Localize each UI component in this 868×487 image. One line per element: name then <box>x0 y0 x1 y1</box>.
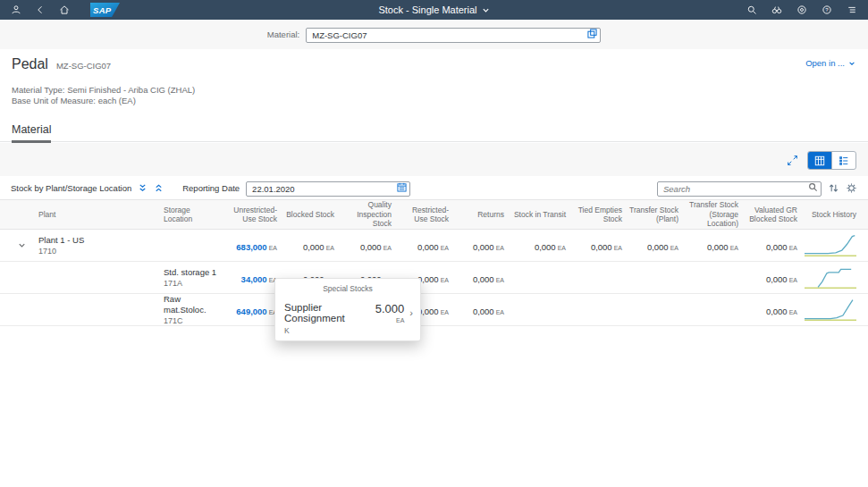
unrestricted-stock-link[interactable]: 34,000EA <box>223 270 281 286</box>
col-quality-inspection-stock: Quality Inspection Stock <box>338 200 395 229</box>
sort-icon[interactable] <box>828 182 839 194</box>
col-unrestricted-use-stock: Unrestricted-Use Stock <box>223 206 281 224</box>
table-title: Stock by Plant/Storage Location <box>11 183 131 193</box>
material-input[interactable] <box>306 28 601 43</box>
search-icon[interactable] <box>808 182 818 192</box>
chevron-right-icon: › <box>409 300 413 318</box>
app-title-menu[interactable]: Stock - Single Material <box>378 4 489 15</box>
home-icon[interactable] <box>59 4 70 15</box>
tab-bar: Material <box>0 116 868 142</box>
storage-location-name: Std. storage 1 <box>164 267 219 278</box>
plant-code: 1710 <box>38 246 156 256</box>
person-icon[interactable] <box>11 4 21 15</box>
table-view-icon <box>814 155 825 166</box>
tab-material[interactable]: Material <box>12 123 51 143</box>
col-plant: Plant <box>35 210 160 220</box>
col-transfer-stock-storage-location: Transfer Stock (Storage Location) <box>682 200 742 229</box>
fullscreen-icon[interactable] <box>787 155 798 166</box>
back-icon[interactable] <box>35 4 46 15</box>
shell-bar: SAP Stock - Single Material ? <box>0 0 868 20</box>
special-stocks-popover: Special Stocks Supplier Consignment 5.00… <box>274 278 421 341</box>
expand-all-icon[interactable] <box>138 183 147 193</box>
collapse-all-icon[interactable] <box>154 183 164 193</box>
material-type-text: Material Type: Semi Finished - Ariba CIG… <box>12 85 856 96</box>
binoculars-icon[interactable] <box>771 4 782 15</box>
unrestricted-stock-link[interactable]: 683,000EA <box>223 238 281 254</box>
page-subtitle: MZ-SG-CIG07 <box>56 61 111 71</box>
special-stock-key: K <box>284 326 420 335</box>
unrestricted-stock-link[interactable]: 649,000EA <box>223 302 281 318</box>
col-stock-in-transit: Stock in Transit <box>508 210 569 220</box>
base-unit-text: Base Unit of Measure: each (EA) <box>12 96 856 106</box>
sap-logo[interactable]: SAP <box>90 3 120 17</box>
reporting-date-label: Reporting Date <box>182 183 240 193</box>
svg-text:?: ? <box>825 7 829 13</box>
calendar-icon[interactable] <box>397 182 407 192</box>
list-view-icon <box>839 155 849 166</box>
col-storage-location: Storage Location <box>160 206 223 224</box>
col-tied-empties-stock: Tied Empties Stock <box>569 206 626 224</box>
plant-name: Plant 1 - US <box>38 235 156 246</box>
table-view-button[interactable] <box>808 152 831 169</box>
chevron-down-icon <box>848 60 855 67</box>
page-title: Pedal <box>12 56 48 72</box>
table-row: Plant 1 - US 1710 683,000EA 0,000EA 0,00… <box>0 230 868 262</box>
filter-bar: Material: <box>0 20 868 49</box>
help-icon[interactable]: ? <box>822 4 832 15</box>
stock-history-sparkline[interactable] <box>805 266 856 290</box>
content-band <box>0 143 868 176</box>
page-header: Pedal MZ-SG-CIG07 Open in ... Material T… <box>0 49 868 116</box>
table-row: Raw mat.Stoloc. 171C 649,000EA 0,000EA 0… <box>0 294 868 326</box>
copilot-icon[interactable] <box>796 4 807 15</box>
storage-location-name: Raw mat.Stoloc. <box>164 294 219 315</box>
table-row: Std. storage 1 171A 34,000EA 0,000EA 0,0… <box>0 262 868 294</box>
notification-list-icon[interactable] <box>847 4 857 15</box>
col-blocked-stock: Blocked Stock <box>281 210 338 220</box>
list-view-button[interactable] <box>832 152 855 169</box>
search-input[interactable] <box>657 181 822 197</box>
supplier-consignment-item[interactable]: Supplier Consignment 5.000 EA › <box>275 293 420 323</box>
table-header-row: Plant Storage Location Unrestricted-Use … <box>0 199 868 230</box>
storage-location-code: 171C <box>164 315 219 326</box>
chevron-down-icon <box>482 6 490 14</box>
settings-gear-icon[interactable] <box>846 182 857 194</box>
special-stock-label: Supplier Consignment <box>284 300 375 323</box>
col-stock-history: Stock History <box>801 210 860 220</box>
col-transfer-stock-plant: Transfer Stock (Plant) <box>626 206 682 224</box>
app-title: Stock - Single Material <box>378 4 476 15</box>
search-icon[interactable] <box>746 4 757 15</box>
open-in-button[interactable]: Open in ... <box>805 58 855 68</box>
storage-location-code: 171A <box>164 278 219 289</box>
row-expander-icon[interactable] <box>17 240 27 250</box>
stock-history-sparkline[interactable] <box>805 298 856 322</box>
view-switch <box>807 151 856 170</box>
col-valuated-gr-blocked-stock: Valuated GR Blocked Stock <box>742 206 801 224</box>
popover-title: Special Stocks <box>275 284 420 293</box>
stock-table-card: Stock by Plant/Storage Location Reportin… <box>0 176 868 326</box>
special-stock-value: 5.000 <box>375 302 405 315</box>
stock-history-sparkline[interactable] <box>805 234 856 257</box>
col-restricted-use-stock: Restricted-Use Stock <box>395 206 452 224</box>
special-stock-unit: EA <box>375 317 405 323</box>
material-label: Material: <box>267 29 299 39</box>
col-returns: Returns <box>452 210 508 220</box>
reporting-date-input[interactable] <box>246 181 410 197</box>
value-help-icon[interactable] <box>587 29 597 38</box>
table-toolbar: Stock by Plant/Storage Location Reportin… <box>0 176 868 199</box>
